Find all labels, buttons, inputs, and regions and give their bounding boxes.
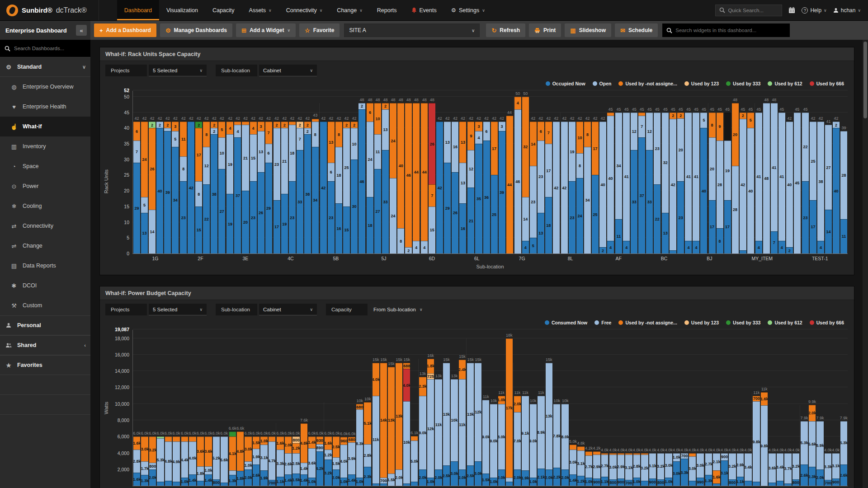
- bar-segment[interactable]: 5.1k: [364, 402, 371, 444]
- bar[interactable]: 2381142: [180, 122, 187, 253]
- bar-segment[interactable]: 3.1k: [649, 453, 656, 479]
- bar[interactable]: 1919442: [226, 122, 233, 253]
- bar-segment[interactable]: 5: [700, 113, 707, 128]
- bar[interactable]: 46450: [514, 97, 521, 253]
- bar-segment[interactable]: 1.3k: [229, 475, 236, 486]
- bar[interactable]: 1.9k3.1k1.0k6.0k: [260, 436, 267, 486]
- bar[interactable]: 1.1k2.7k4.0k: [601, 453, 608, 486]
- bar-segment[interactable]: 19: [569, 122, 576, 181]
- bar-segment[interactable]: 1.9k: [522, 470, 528, 486]
- bar-segment[interactable]: 32: [662, 113, 669, 213]
- bar-segment[interactable]: 1.3k: [705, 475, 712, 486]
- bar[interactable]: 2.0k13k15k: [396, 363, 402, 486]
- bar-segment[interactable]: [670, 250, 676, 253]
- bar-segment[interactable]: 39: [499, 131, 505, 253]
- bar-segment[interactable]: 41: [685, 113, 692, 241]
- bar[interactable]: 44145: [685, 113, 692, 253]
- bar-segment[interactable]: 8: [584, 122, 591, 147]
- bar[interactable]: 1426242: [149, 122, 156, 253]
- bar-segment[interactable]: 27: [825, 125, 832, 209]
- bar-segment[interactable]: 2.0k: [561, 469, 568, 486]
- bar-segment[interactable]: 1.1k: [737, 477, 744, 486]
- bar-segment[interactable]: 5.6k: [221, 436, 227, 483]
- bar-segment[interactable]: 15: [250, 134, 257, 181]
- bar[interactable]: 4242: [561, 122, 568, 253]
- schedule-button[interactable]: ✉ Schedule: [615, 23, 658, 37]
- bar-segment[interactable]: 4: [623, 241, 630, 253]
- bar[interactable]: 1824648: [367, 103, 373, 253]
- bar[interactable]: 1.0k8.3k68010k: [356, 404, 363, 486]
- bar-segment[interactable]: 2: [211, 128, 217, 134]
- bar[interactable]: 3010242: [351, 122, 358, 253]
- bar[interactable]: 17k18k: [506, 338, 513, 486]
- bar-segment[interactable]: 3.2k: [793, 453, 799, 479]
- bar[interactable]: 9002.9k4.2k: [593, 451, 600, 486]
- bar-segment[interactable]: 3.0k: [245, 436, 251, 461]
- bar-segment[interactable]: 1.5k: [482, 474, 489, 486]
- bar[interactable]: 1.4k1.0k3.6k6.0k: [205, 436, 212, 486]
- bar-segment[interactable]: 3: [258, 122, 264, 131]
- bar-segment[interactable]: 38: [304, 134, 311, 253]
- bar-segment[interactable]: 42: [436, 122, 443, 253]
- bar-segment[interactable]: 2.0k: [459, 469, 466, 486]
- bar[interactable]: 40242: [156, 122, 163, 253]
- bar[interactable]: 296742: [265, 122, 272, 253]
- bar-segment[interactable]: 4: [693, 241, 699, 253]
- bar-segment[interactable]: 2: [156, 122, 163, 128]
- bar-segment[interactable]: 38: [817, 122, 824, 241]
- bar[interactable]: 1.5k13k15k: [388, 367, 395, 486]
- bar-segment[interactable]: 2.8k: [364, 444, 371, 467]
- bar-segment[interactable]: 3: [499, 122, 505, 131]
- bar-segment[interactable]: 41: [778, 113, 785, 241]
- bar-segment[interactable]: 13: [141, 213, 148, 253]
- bar[interactable]: 1.0k3.0k4.0k: [665, 453, 672, 486]
- bar-segment[interactable]: 800: [793, 479, 799, 486]
- bar[interactable]: 9003.1k4.0k: [649, 453, 656, 486]
- bar[interactable]: 142741: [825, 125, 832, 253]
- legend-item[interactable]: Used by -not assigne...: [618, 320, 677, 325]
- bar-segment[interactable]: 1.0k: [585, 478, 592, 486]
- bar-segment[interactable]: 3.0k: [475, 461, 481, 486]
- bar-segment[interactable]: 15: [343, 206, 350, 253]
- sidebar-item-space[interactable]: ◔Space: [0, 156, 90, 176]
- bar-segment[interactable]: 13: [459, 163, 466, 203]
- bar-segment[interactable]: 40: [599, 122, 606, 247]
- bar-segment[interactable]: 2.5k: [443, 465, 450, 486]
- bar[interactable]: 1.8k3.6k6.0k: [197, 436, 204, 486]
- bar[interactable]: 2.0k1.0k3.0k6.0k: [245, 436, 251, 486]
- bar[interactable]: 3.0k4.0k: [689, 453, 696, 486]
- bar-segment[interactable]: 25: [491, 175, 498, 253]
- bar-segment[interactable]: 5: [747, 113, 754, 128]
- nav-item-visualization[interactable]: Visualization: [159, 0, 205, 20]
- bar-segment[interactable]: 2.5k: [292, 453, 299, 474]
- bar[interactable]: 2.5k13k15k: [467, 363, 474, 486]
- sidebar-item-dcoi[interactable]: ✱DCOI: [0, 276, 90, 296]
- bar[interactable]: 291342: [444, 122, 451, 253]
- bar-segment[interactable]: 13: [444, 122, 451, 162]
- bar[interactable]: 133245: [662, 113, 669, 253]
- bar[interactable]: 1352442: [141, 122, 148, 253]
- bar-segment[interactable]: 23: [274, 128, 280, 200]
- bar-segment[interactable]: 3.0k: [609, 455, 616, 479]
- bar[interactable]: 16131342: [459, 122, 466, 253]
- bar[interactable]: 1618842: [335, 122, 342, 253]
- dashboard-search-input[interactable]: [14, 46, 86, 51]
- bar-segment[interactable]: 1.0k: [205, 466, 212, 474]
- bar[interactable]: 39242: [164, 122, 171, 253]
- bar-segment[interactable]: 3.1k: [721, 460, 728, 486]
- bar[interactable]: 3.0k1.0k4.0k: [673, 453, 680, 486]
- bar[interactable]: 40545: [747, 113, 754, 253]
- bar[interactable]: 8003.2k4.0k: [657, 453, 664, 486]
- bar-segment[interactable]: 23: [569, 181, 576, 253]
- bar-segment[interactable]: 23: [328, 181, 335, 253]
- help-menu[interactable]: ? Help ∨: [802, 7, 826, 14]
- bar[interactable]: 231942: [569, 122, 576, 253]
- bar[interactable]: 9.8k70011k: [753, 396, 760, 486]
- bar-segment[interactable]: 2.8k: [133, 450, 140, 473]
- legend-item[interactable]: Consumed Now: [545, 320, 587, 325]
- bar[interactable]: 44145: [693, 113, 699, 253]
- bar-segment[interactable]: 7: [429, 184, 435, 206]
- bar-segment[interactable]: 37: [638, 137, 645, 253]
- bar-segment[interactable]: 6: [538, 122, 544, 141]
- bar[interactable]: 4242: [553, 122, 560, 253]
